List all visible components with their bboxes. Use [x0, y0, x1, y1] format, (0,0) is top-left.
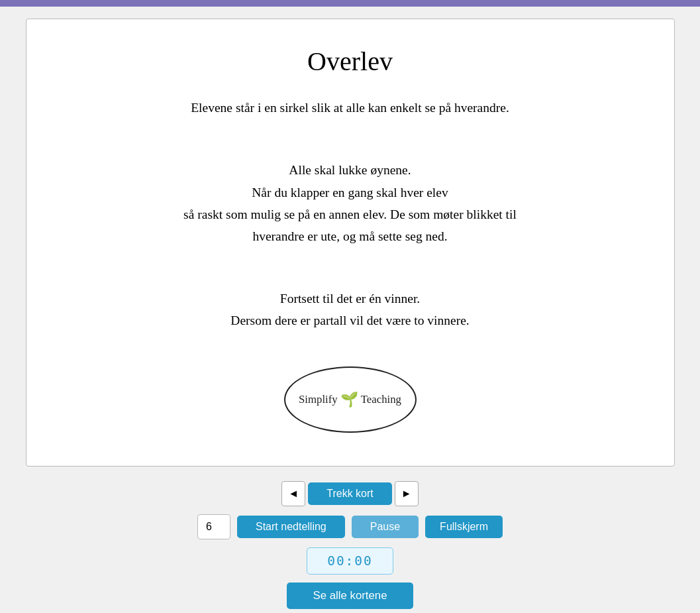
timer-controls-row: Start nedtelling Pause Fullskjerm: [197, 514, 503, 539]
logo-oval: Simplify 🌱 Teaching: [284, 366, 417, 433]
start-countdown-button[interactable]: Start nedtelling: [237, 516, 345, 538]
nav-row: ◄ Trekk kort ►: [281, 481, 419, 506]
fullscreen-button[interactable]: Fullskjerm: [425, 516, 503, 538]
timer-display: 00:00: [307, 547, 393, 575]
next-button[interactable]: ►: [395, 481, 419, 506]
logo-left: Simplify: [299, 393, 338, 406]
draw-button[interactable]: Trekk kort: [308, 482, 392, 505]
see-all-button[interactable]: Se alle kortene: [287, 583, 414, 609]
card-paragraph-3: Fortsett til det er én vinner. Dersom de…: [230, 266, 469, 332]
card-paragraph-2: Alle skal lukke øynene. Når du klapper e…: [183, 137, 517, 247]
pause-button[interactable]: Pause: [352, 516, 419, 538]
prev-button[interactable]: ◄: [281, 481, 305, 506]
controls-area: ◄ Trekk kort ► Start nedtelling Pause Fu…: [0, 481, 700, 613]
plant-icon: 🌱: [340, 391, 358, 408]
card-title: Overlev: [307, 46, 393, 77]
card-container: Overlev Elevene står i en sirkel slik at…: [26, 19, 675, 467]
logo-text: Simplify 🌱 Teaching: [299, 391, 401, 408]
card-paragraph-1: Elevene står i en sirkel slik at alle ka…: [191, 97, 509, 119]
countdown-input[interactable]: [197, 514, 230, 539]
logo-right: Teaching: [361, 393, 401, 406]
top-bar: [0, 0, 700, 7]
